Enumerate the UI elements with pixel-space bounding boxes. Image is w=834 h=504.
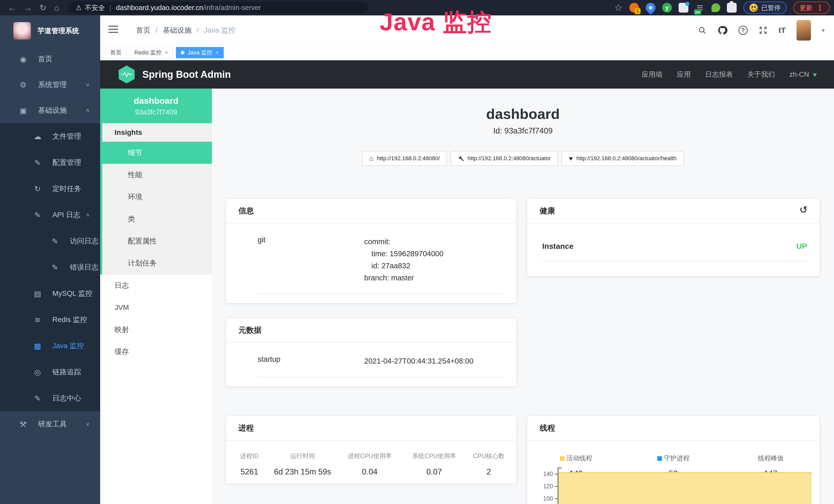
instance-nav-caches[interactable]: 缓存 xyxy=(100,341,212,363)
sidebar-item-home[interactable]: ◉ 首页 xyxy=(0,46,100,72)
hamburger-icon[interactable] xyxy=(108,26,118,33)
history-icon[interactable]: ↺ xyxy=(799,204,808,215)
sba-locale-select[interactable]: zh-CN ∨ xyxy=(789,71,817,78)
eye-icon: ◎ xyxy=(33,368,42,377)
bookmark-star-icon[interactable]: ☆ xyxy=(614,2,622,13)
sidebar-item-redis-monitor[interactable]: ≋ Redis 监控 xyxy=(0,306,100,333)
timer-icon: ↻ xyxy=(33,184,42,193)
sidebar-item-java-monitor[interactable]: ▦ Java 监控 xyxy=(0,333,100,359)
url-path: /infra/admin-server xyxy=(203,4,261,12)
sba-nav-journal[interactable]: 日志报表 xyxy=(705,70,733,79)
git-branch-line: branch: master xyxy=(364,272,444,284)
app-title: 芋道管理系统 xyxy=(38,26,79,36)
browser-home-icon[interactable]: ⌂ xyxy=(54,4,59,12)
browser-back-icon[interactable]: ← xyxy=(8,4,16,12)
sidebar-item-label: 文件管理 xyxy=(52,132,81,141)
actuator-url-button[interactable]: http://192.168.0.2:48080/actuator xyxy=(451,151,558,166)
heartbeat-icon: ♥ xyxy=(569,155,572,162)
java-monitor-icon: ▦ xyxy=(33,342,42,350)
app-logo-row[interactable]: 芋道管理系统 xyxy=(0,16,100,46)
sidebar-item-tracing[interactable]: ◎ 链路追踪 xyxy=(0,359,100,385)
address-bar[interactable]: ⚠ 不安全 | dashboard.yudao.iocoder.cn /infr… xyxy=(68,2,368,14)
sidebar-item-error-log[interactable]: ✎ 错误日志 xyxy=(0,254,100,280)
extension-pin-icon[interactable] xyxy=(644,1,658,15)
git-info-row: git commit: time: 1596289704000 id: 27aa… xyxy=(258,236,504,294)
instance-nav-config-props[interactable]: 配置属性 xyxy=(102,230,212,252)
security-label: 不安全 xyxy=(85,3,105,12)
health-instance-row: Instance UP xyxy=(542,242,807,261)
github-icon[interactable] xyxy=(717,25,728,36)
health-url-button[interactable]: ♥ http://192.168.0.2:48080/actuator/heal… xyxy=(562,151,684,166)
sidebar-item-access-log[interactable]: ✎ 访问日志 xyxy=(0,228,100,254)
sidebar-item-file-manage[interactable]: ☁ 文件管理 xyxy=(0,123,100,150)
tab-home[interactable]: 首页 xyxy=(105,47,126,58)
update-button[interactable]: 更新 ⋮ xyxy=(793,2,830,14)
service-url-button[interactable]: ⌂ http://192.168.0.2:48080/ xyxy=(362,151,447,166)
close-icon[interactable]: × xyxy=(216,49,219,56)
instance-nav-details[interactable]: 细节 xyxy=(100,142,212,164)
browser-reload-icon[interactable]: ↻ xyxy=(40,4,46,12)
help-icon[interactable]: ? xyxy=(739,26,748,35)
sba-nav-applications[interactable]: 应用 xyxy=(677,70,691,79)
sba-nav-wallboard[interactable]: 应用墙 xyxy=(642,70,662,79)
sba-nav: 应用墙 应用 日志报表 关于我们 zh-CN ∨ xyxy=(642,60,817,89)
sidebar-item-system[interactable]: ⚙ 系统管理 ∨ xyxy=(0,72,100,97)
log-icon: ✎ xyxy=(33,210,42,220)
sidebar-item-log-center[interactable]: ✎ 日志中心 xyxy=(0,385,100,411)
instance-nav-environment[interactable]: 环境 xyxy=(102,186,212,208)
browser-menu-dots-icon[interactable]: ⋮ xyxy=(816,3,824,12)
instance-nav-scheduled[interactable]: 计划任务 xyxy=(102,252,212,274)
extension-refresh-icon[interactable]: 1 xyxy=(629,3,639,13)
spring-boot-admin-header: Spring Boot Admin 应用墙 应用 日志报表 关于我们 zh-CN… xyxy=(100,60,834,89)
y-axis-tick: 140 xyxy=(527,471,553,478)
spring-boot-admin-logo-icon[interactable] xyxy=(119,66,135,84)
breadcrumb-separator: / xyxy=(197,26,199,35)
sba-nav-about[interactable]: 关于我们 xyxy=(747,70,775,79)
instance-nav-logs[interactable]: 日志 xyxy=(100,274,212,297)
sidebar-item-infra[interactable]: ▣ 基础设施 ∧ xyxy=(0,97,100,123)
user-avatar[interactable] xyxy=(796,20,811,41)
sidebar-item-label: API 日志 xyxy=(52,210,81,220)
breadcrumb-infra[interactable]: 基础设施 xyxy=(163,25,192,35)
instance-nav-mappings[interactable]: 映射 xyxy=(100,319,212,341)
text-size-icon[interactable]: tT xyxy=(778,26,786,35)
sidebar-item-config-manage[interactable]: ✎ 配置管理 xyxy=(0,150,100,176)
fullscreen-icon[interactable] xyxy=(759,26,768,35)
extension-list-icon[interactable]: on xyxy=(695,3,705,13)
y-axis-tick: 120 xyxy=(527,483,553,490)
tab-label: Java 监控 xyxy=(188,49,213,56)
health-card: 健康 ↺ Instance UP xyxy=(527,199,819,276)
breadcrumb-current: Java 监控 xyxy=(204,25,236,35)
extensions-puzzle-icon[interactable] xyxy=(727,3,737,13)
git-key: git xyxy=(258,236,364,284)
sidebar-item-label: 错误日志 xyxy=(70,262,98,272)
search-icon[interactable] xyxy=(698,26,707,35)
instance-id-line: Id: 93a3fc7f7409 xyxy=(212,126,834,136)
sidebar-item-mysql-monitor[interactable]: ▤ MySQL 监控 xyxy=(0,280,100,306)
avatar-caret-icon[interactable]: ▾ xyxy=(822,27,825,34)
chevron-down-icon: ∨ xyxy=(85,421,90,427)
sidebar-item-dev-tools[interactable]: ⚒ 研发工具 ∨ xyxy=(0,411,100,437)
tab-java-monitor[interactable]: Java 监控 × xyxy=(176,47,223,58)
sidebar-item-label: 首页 xyxy=(38,54,52,64)
log-icon: ✎ xyxy=(50,263,60,272)
legend-live-threads: 活动线程 xyxy=(527,454,625,462)
tab-label: 首页 xyxy=(110,49,122,56)
browser-forward-icon[interactable]: → xyxy=(24,4,32,12)
extension-grid-icon[interactable] xyxy=(679,3,688,13)
close-icon[interactable]: × xyxy=(164,49,168,56)
extension-leaf-icon[interactable] xyxy=(711,3,720,12)
sidebar-item-api-log[interactable]: ✎ API 日志 ∧ xyxy=(0,202,100,228)
process-col-header: 进程CPU使用率 xyxy=(337,452,402,460)
instance-nav-metrics[interactable]: 性能 xyxy=(102,164,212,186)
tab-redis-monitor[interactable]: Redis 监控 × xyxy=(129,47,173,58)
paused-pill[interactable]: 已暂停 xyxy=(743,2,787,14)
instance-nav-jvm[interactable]: JVM xyxy=(100,297,212,319)
sidebar-item-scheduled-tasks[interactable]: ↻ 定时任务 xyxy=(0,176,100,202)
instance-nav-classes[interactable]: 类 xyxy=(102,208,212,230)
insights-group-title: Insights xyxy=(102,123,212,142)
extension-y-icon[interactable]: y xyxy=(662,3,672,13)
update-label: 更新 xyxy=(799,4,812,12)
breadcrumb-home[interactable]: 首页 xyxy=(136,25,151,35)
infra-submenu: ☁ 文件管理 ✎ 配置管理 ↻ 定时任务 ✎ API 日志 ∧ ✎ 访问日志 ✎ xyxy=(0,123,100,411)
